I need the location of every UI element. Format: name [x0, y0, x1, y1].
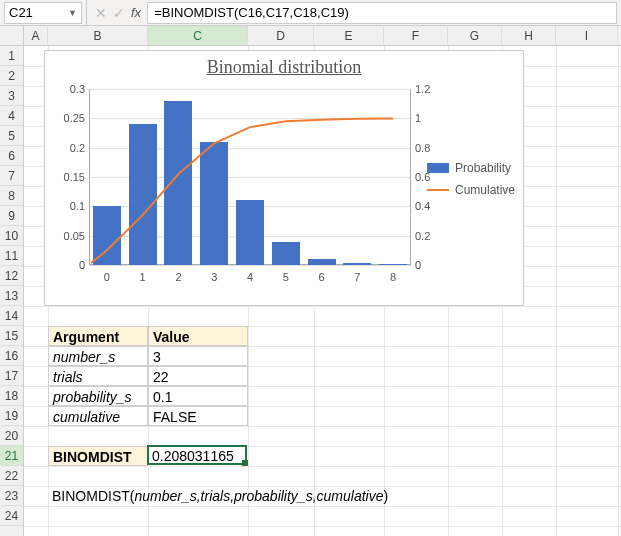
row-header-20[interactable]: 20	[0, 426, 23, 446]
accept-icon[interactable]: ✓	[113, 5, 125, 21]
row-header-2[interactable]: 2	[0, 66, 23, 86]
column-header-F[interactable]: F	[384, 26, 448, 45]
column-header-A[interactable]: A	[24, 26, 48, 45]
row-header-16[interactable]: 16	[0, 346, 23, 366]
column-headers: ABCDEFGHI	[0, 26, 621, 46]
column-header-D[interactable]: D	[248, 26, 314, 45]
row-header-3[interactable]: 3	[0, 86, 23, 106]
result-label[interactable]: BINOMDIST	[48, 446, 148, 466]
row-header-7[interactable]: 7	[0, 166, 23, 186]
row-header-18[interactable]: 18	[0, 386, 23, 406]
table-val-1[interactable]: 22	[148, 366, 248, 386]
result-value[interactable]: 0.208031165	[148, 446, 248, 466]
legend-item-probability: Probability	[427, 161, 515, 175]
legend-label: Probability	[455, 161, 511, 175]
legend-label: Cumulative	[455, 183, 515, 197]
cancel-icon[interactable]: ✕	[95, 5, 107, 21]
column-header-I[interactable]: I	[556, 26, 618, 45]
table-arg-3[interactable]: cumulative	[48, 406, 148, 426]
name-box[interactable]: C21 ▼	[4, 2, 82, 24]
row-header-9[interactable]: 9	[0, 206, 23, 226]
row-header-11[interactable]: 11	[0, 246, 23, 266]
column-header-G[interactable]: G	[448, 26, 502, 45]
row-header-23[interactable]: 23	[0, 486, 23, 506]
table-val-0[interactable]: 3	[148, 346, 248, 366]
table-val-2[interactable]: 0.1	[148, 386, 248, 406]
table-arg-2[interactable]: probability_s	[48, 386, 148, 406]
row-header-10[interactable]: 10	[0, 226, 23, 246]
fx-icon[interactable]: fx	[131, 5, 141, 20]
row-header-13[interactable]: 13	[0, 286, 23, 306]
column-header-B[interactable]: B	[48, 26, 148, 45]
formula-text: =BINOMDIST(C16,C17,C18,C19)	[154, 5, 349, 20]
chart[interactable]: Binomial distribution 00.050.10.150.20.2…	[44, 50, 524, 306]
column-header-C[interactable]: C	[148, 26, 248, 45]
table-header-argument[interactable]: Argument	[48, 326, 148, 346]
formula-buttons: ✕ ✓ fx	[91, 5, 145, 21]
plot-area: 00.050.10.150.20.250.300.20.40.60.811.20…	[89, 89, 411, 285]
select-all-corner[interactable]	[0, 26, 24, 45]
spreadsheet-grid[interactable]: ABCDEFGHI 123456789101112131415161718192…	[0, 26, 621, 536]
row-header-24[interactable]: 24	[0, 506, 23, 526]
row-header-4[interactable]: 4	[0, 106, 23, 126]
column-header-H[interactable]: H	[502, 26, 556, 45]
row-header-22[interactable]: 22	[0, 466, 23, 486]
row-header-21[interactable]: 21	[0, 446, 23, 466]
line-swatch-icon	[427, 189, 449, 191]
chevron-down-icon[interactable]: ▼	[68, 8, 77, 18]
row-header-17[interactable]: 17	[0, 366, 23, 386]
chart-legend: Probability Cumulative	[427, 161, 515, 205]
name-box-value: C21	[9, 5, 33, 20]
table-arg-0[interactable]: number_s	[48, 346, 148, 366]
legend-item-cumulative: Cumulative	[427, 183, 515, 197]
column-header-E[interactable]: E	[314, 26, 384, 45]
row-header-19[interactable]: 19	[0, 406, 23, 426]
row-headers: 123456789101112131415161718192021222324	[0, 46, 24, 536]
row-header-6[interactable]: 6	[0, 146, 23, 166]
row-header-14[interactable]: 14	[0, 306, 23, 326]
row-header-12[interactable]: 12	[0, 266, 23, 286]
chart-title: Binomial distribution	[45, 57, 523, 78]
table-arg-1[interactable]: trials	[48, 366, 148, 386]
formula-input[interactable]: =BINOMDIST(C16,C17,C18,C19)	[147, 2, 617, 24]
row-header-5[interactable]: 5	[0, 126, 23, 146]
cells-area[interactable]: Binomial distribution 00.050.10.150.20.2…	[24, 46, 621, 536]
cumulative-line	[91, 118, 393, 263]
formula-bar-row: C21 ▼ ✕ ✓ fx =BINOMDIST(C16,C17,C18,C19)	[0, 0, 621, 26]
row-header-15[interactable]: 15	[0, 326, 23, 346]
row-header-8[interactable]: 8	[0, 186, 23, 206]
syntax-cell[interactable]: BINOMDIST(number_s,trials,probability_s,…	[48, 486, 502, 506]
separator	[86, 0, 87, 26]
table-header-value[interactable]: Value	[148, 326, 248, 346]
bar-swatch-icon	[427, 163, 449, 173]
row-header-1[interactable]: 1	[0, 46, 23, 66]
table-val-3[interactable]: FALSE	[148, 406, 248, 426]
